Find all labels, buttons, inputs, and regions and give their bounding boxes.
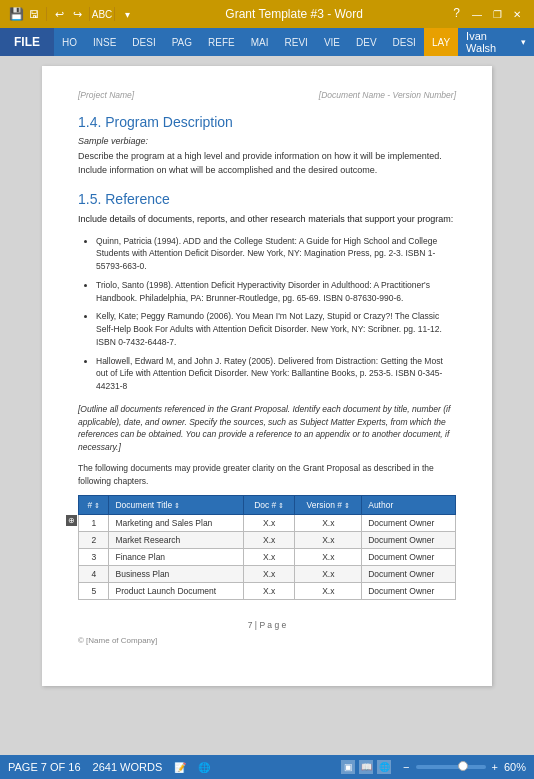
section-1-4-heading: 1.4. Program Description (78, 114, 456, 130)
sort-icon-title[interactable]: ⇕ (174, 502, 180, 509)
tab-design2[interactable]: DESI (385, 28, 424, 56)
save-icon[interactable]: 💾 (8, 6, 24, 22)
table-row-2: 2 Market Research X.x X.x Document Owner (79, 532, 456, 549)
page-count: PAGE 7 OF 16 (8, 761, 81, 773)
row1-version: X.x (295, 515, 362, 532)
page-number: 7 | P a g e (248, 620, 286, 630)
page-header: [Project Name] [Document Name - Version … (78, 90, 456, 100)
tab-page[interactable]: PAG (164, 28, 200, 56)
spellcheck-icon[interactable]: ABC (94, 6, 110, 22)
redo-icon[interactable]: ↪ (69, 6, 85, 22)
tab-insert[interactable]: INSE (85, 28, 124, 56)
row5-doc: X.x (244, 583, 295, 600)
row4-version: X.x (295, 566, 362, 583)
print-layout-icon[interactable]: ▣ (341, 760, 355, 774)
row4-title: Business Plan (109, 566, 244, 583)
document-area: [Project Name] [Document Name - Version … (0, 56, 534, 755)
row1-num: 1 (79, 515, 109, 532)
tab-review[interactable]: REVI (277, 28, 316, 56)
col-title-label: Document Title (115, 500, 172, 510)
restore-button[interactable]: ❐ (488, 6, 506, 22)
row3-title: Finance Plan (109, 549, 244, 566)
undo-icon[interactable]: ↩ (51, 6, 67, 22)
tab-dev[interactable]: DEV (348, 28, 385, 56)
tab-layout[interactable]: LAY (424, 28, 458, 56)
ribbon: FILE HO INSE DESI PAG REFE MAI REVI VIE … (0, 28, 534, 56)
col-header-num[interactable]: #⇕ (79, 496, 109, 515)
zoom-out-button[interactable]: − (403, 761, 409, 773)
zoom-in-button[interactable]: + (492, 761, 498, 773)
close-button[interactable]: ✕ (508, 6, 526, 22)
col-doc-label: Doc # (254, 500, 276, 510)
row2-doc: X.x (244, 532, 295, 549)
language-icon[interactable]: 🌐 (198, 762, 210, 773)
header-doc-name: [Document Name - Version Number] (319, 90, 456, 100)
following-text: The following documents may provide grea… (78, 462, 456, 488)
tab-home[interactable]: HO (54, 28, 85, 56)
help-icon[interactable]: ? (453, 6, 460, 22)
reference-table: #⇕ Document Title⇕ Doc #⇕ Version #⇕ Aut… (78, 495, 456, 600)
save-icon2[interactable]: 🖫 (26, 6, 42, 22)
tab-references[interactable]: REFE (200, 28, 243, 56)
zoom-thumb (458, 761, 468, 771)
section-1-4-title: Program Description (105, 114, 233, 130)
reference-list: Quinn, Patricia (1994). ADD and the Coll… (78, 235, 456, 393)
col-version-label: Version # (307, 500, 342, 510)
row1-doc: X.x (244, 515, 295, 532)
col-header-author: Author (362, 496, 456, 515)
row3-author: Document Owner (362, 549, 456, 566)
ref-item-1: Quinn, Patricia (1994). ADD and the Coll… (96, 235, 456, 273)
document-page: [Project Name] [Document Name - Version … (42, 66, 492, 686)
row2-title: Market Research (109, 532, 244, 549)
header-project-name: [Project Name] (78, 90, 134, 100)
sample-verbiage-label: Sample verbiage: (78, 136, 456, 146)
tab-design[interactable]: DESI (124, 28, 163, 56)
row4-doc: X.x (244, 566, 295, 583)
section-1-5-heading: 1.5. Reference (78, 191, 456, 207)
reference-table-wrap: ⊕ #⇕ Document Title⇕ Doc #⇕ Version #⇕ A… (78, 495, 456, 600)
sort-icon-version[interactable]: ⇕ (344, 502, 350, 509)
table-handle[interactable]: ⊕ (66, 515, 77, 526)
col-header-title[interactable]: Document Title⇕ (109, 496, 244, 515)
status-bar: PAGE 7 OF 16 2641 WORDS 📝 🌐 ▣ 📖 🌐 − + 60… (0, 755, 534, 779)
user-area: Ivan Walsh ▾ (458, 28, 534, 56)
customize-icon[interactable]: ▾ (119, 6, 135, 22)
file-tab[interactable]: FILE (0, 28, 54, 56)
word-count: 2641 WORDS (93, 761, 163, 773)
section-1-5-title: Reference (105, 191, 170, 207)
italic-note: [Outline all documents referenced in the… (78, 403, 456, 454)
view-icons: ▣ 📖 🌐 (341, 760, 391, 774)
window-controls[interactable]: ? — ❐ ✕ (453, 6, 526, 22)
table-row-5: 5 Product Launch Document X.x X.x Docume… (79, 583, 456, 600)
row3-num: 3 (79, 549, 109, 566)
user-name[interactable]: Ivan Walsh (466, 30, 517, 54)
row2-num: 2 (79, 532, 109, 549)
read-mode-icon[interactable]: 📖 (359, 760, 373, 774)
title-bar: 💾 🖫 ↩ ↪ ABC ▾ Grant Template #3 - Word ?… (0, 0, 534, 28)
table-row-1: 1 Marketing and Sales Plan X.x X.x Docum… (79, 515, 456, 532)
ref-item-3: Kelly, Kate; Peggy Ramundo (2006). You M… (96, 310, 456, 348)
row4-author: Document Owner (362, 566, 456, 583)
track-changes-icon[interactable]: 📝 (174, 762, 186, 773)
tab-view[interactable]: VIE (316, 28, 348, 56)
zoom-level[interactable]: 60% (504, 761, 526, 773)
row5-version: X.x (295, 583, 362, 600)
zoom-slider[interactable] (416, 765, 486, 769)
minimize-button[interactable]: — (468, 6, 486, 22)
sort-icon-num[interactable]: ⇕ (94, 502, 100, 509)
table-row-3: 3 Finance Plan X.x X.x Document Owner (79, 549, 456, 566)
user-arrow[interactable]: ▾ (521, 37, 526, 47)
page-footer: 7 | P a g e (78, 620, 456, 630)
copyright-text: © [Name of Company] (78, 636, 157, 645)
row5-num: 5 (79, 583, 109, 600)
row2-version: X.x (295, 532, 362, 549)
sort-icon-doc[interactable]: ⇕ (278, 502, 284, 509)
table-row-4: 4 Business Plan X.x X.x Document Owner (79, 566, 456, 583)
tab-mailings[interactable]: MAI (243, 28, 277, 56)
col-header-version[interactable]: Version #⇕ (295, 496, 362, 515)
row5-title: Product Launch Document (109, 583, 244, 600)
table-body: 1 Marketing and Sales Plan X.x X.x Docum… (79, 515, 456, 600)
col-header-doc[interactable]: Doc #⇕ (244, 496, 295, 515)
ref-item-4: Hallowell, Edward M, and John J. Ratey (… (96, 355, 456, 393)
web-layout-icon[interactable]: 🌐 (377, 760, 391, 774)
